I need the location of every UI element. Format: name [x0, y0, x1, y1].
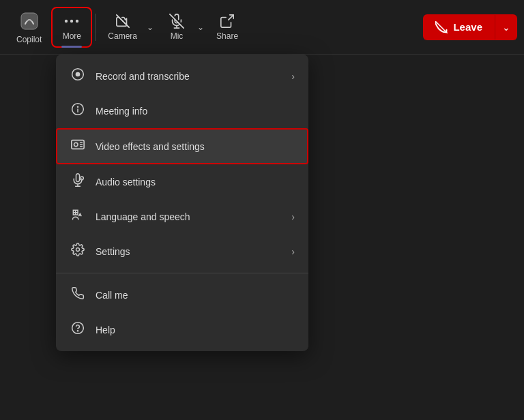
settings-arrow: › — [291, 246, 295, 257]
settings-icon — [70, 243, 86, 260]
more-dropdown-menu: Record and transcribe › Meeting info Vid… — [56, 55, 308, 351]
audio-settings-label: Audio settings — [96, 177, 295, 188]
menu-item-settings[interactable]: Settings › — [56, 234, 308, 269]
menu-item-language-speech[interactable]: Language and speech › — [56, 199, 308, 234]
meeting-info-icon — [70, 102, 86, 119]
video-effects-label: Video effects and settings — [96, 141, 295, 152]
share-label: Share — [216, 31, 238, 41]
camera-button[interactable]: Camera — [98, 8, 147, 46]
menu-divider — [56, 273, 308, 273]
meeting-info-label: Meeting info — [96, 106, 295, 117]
copilot-icon — [18, 10, 40, 32]
menu-item-record[interactable]: Record and transcribe › — [56, 59, 308, 93]
more-label: More — [63, 31, 81, 41]
svg-point-21 — [72, 322, 84, 334]
svg-point-16 — [74, 142, 78, 147]
leave-main[interactable]: Leave — [423, 14, 495, 40]
video-effects-icon — [70, 137, 86, 155]
help-label: Help — [96, 325, 295, 335]
svg-point-2 — [70, 19, 73, 22]
svg-line-4 — [117, 14, 129, 27]
svg-point-19 — [80, 177, 83, 180]
settings-label: Settings — [96, 246, 282, 257]
menu-item-meeting-info[interactable]: Meeting info — [56, 93, 308, 128]
svg-point-20 — [76, 248, 80, 252]
menu-item-video-effects[interactable]: Video effects and settings — [56, 128, 308, 164]
copilot-button[interactable]: Copilot — [7, 5, 51, 50]
mic-off-icon — [169, 14, 184, 29]
leave-button[interactable]: Leave ⌄ — [423, 14, 517, 40]
call-me-label: Call me — [96, 290, 295, 301]
toolbar-divider-1 — [95, 14, 96, 41]
menu-item-call-me[interactable]: Call me — [56, 278, 308, 312]
menu-item-audio-settings[interactable]: Audio settings — [56, 164, 308, 199]
svg-point-3 — [76, 19, 78, 22]
menu-item-help[interactable]: Help — [56, 312, 308, 347]
svg-rect-0 — [21, 13, 38, 29]
svg-point-11 — [76, 72, 81, 77]
camera-label: Camera — [108, 31, 137, 41]
mic-label: Mic — [171, 31, 184, 41]
share-icon — [220, 14, 235, 29]
record-label: Record and transcribe — [96, 71, 282, 82]
camera-off-icon — [115, 14, 130, 29]
language-speech-arrow: › — [291, 211, 295, 222]
more-button[interactable]: More — [51, 7, 92, 48]
active-underline — [61, 46, 82, 48]
leave-chevron[interactable]: ⌄ — [495, 15, 517, 40]
language-speech-icon — [70, 208, 86, 225]
leave-label: Leave — [453, 21, 482, 33]
share-button[interactable]: Share — [207, 8, 248, 46]
more-dots-icon — [64, 14, 79, 29]
svg-point-1 — [65, 19, 68, 22]
language-speech-label: Language and speech — [96, 211, 282, 222]
help-icon — [70, 321, 86, 338]
copilot-label: Copilot — [16, 35, 42, 44]
audio-settings-icon — [70, 173, 86, 190]
mic-button[interactable]: Mic — [156, 8, 197, 46]
phone-end-icon — [435, 21, 448, 33]
record-icon — [70, 68, 86, 85]
svg-line-8 — [229, 14, 233, 19]
toolbar: Copilot More Camera ⌄ Mic ⌄ — [0, 0, 524, 55]
call-me-icon — [70, 286, 86, 303]
record-arrow: › — [291, 71, 295, 82]
